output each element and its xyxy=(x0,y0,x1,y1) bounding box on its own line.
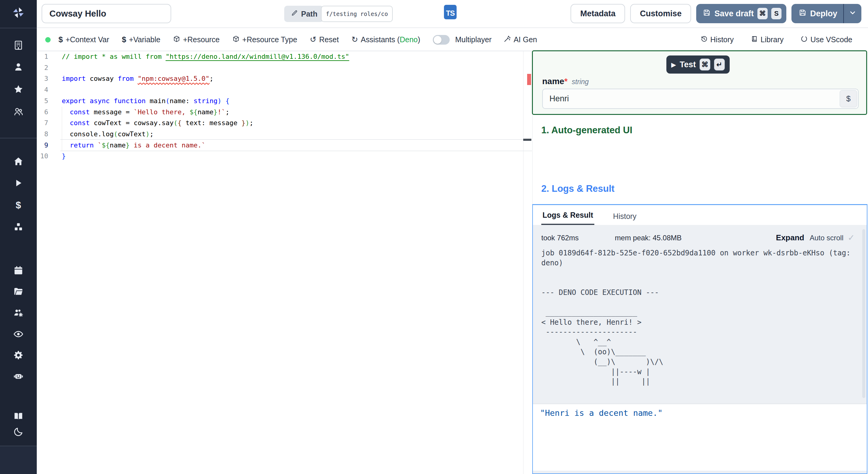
variable-button[interactable]: $+Variable xyxy=(122,35,160,44)
error-marker xyxy=(527,74,531,85)
code-line[interactable]: return `${name} is a decent name.` xyxy=(62,140,206,151)
expand-button[interactable]: Expand xyxy=(776,233,804,242)
context-var-button[interactable]: $+Context Var xyxy=(59,35,109,44)
toolbar-left-items: $+Context Var$+Variable+Resource+Resourc… xyxy=(59,35,420,44)
workers-group-gear-icon[interactable] xyxy=(0,306,37,320)
workers-robot-icon[interactable] xyxy=(0,369,37,383)
code-line[interactable]: const message = `Hello there, ${name}!`; xyxy=(62,107,229,118)
chevron-down-icon xyxy=(849,9,857,19)
deploy-dropdown-button[interactable] xyxy=(844,4,861,23)
code-line[interactable]: } xyxy=(62,151,66,162)
line-number: 3 xyxy=(37,73,48,84)
reset-button[interactable]: ↺Reset xyxy=(310,35,339,44)
save-draft-button[interactable]: Save draft ⌘ S xyxy=(696,4,786,23)
path-value-input[interactable] xyxy=(321,6,393,22)
library-button[interactable]: Library xyxy=(751,35,784,44)
sidebar-divider xyxy=(0,138,37,139)
use-vscode-button[interactable]: Use VScode xyxy=(801,35,852,44)
check-icon[interactable]: ✓ xyxy=(848,233,855,243)
dollar-icon: $ xyxy=(122,35,126,44)
customise-button[interactable]: Customise xyxy=(630,4,691,23)
user-icon[interactable] xyxy=(0,60,37,73)
toggle-knob xyxy=(434,36,441,44)
test-button[interactable]: ▶ Test ⌘ ↵ xyxy=(666,56,730,73)
windmill-logo[interactable] xyxy=(0,6,37,19)
code-line[interactable]: console.log(cowText); xyxy=(62,129,154,140)
tab-history[interactable]: History xyxy=(612,212,638,225)
resource-type-button[interactable]: +Resource Type xyxy=(232,35,297,44)
settings-gear-icon[interactable] xyxy=(0,349,37,362)
tab-logs-result[interactable]: Logs & Result xyxy=(541,211,594,225)
required-asterisk: * xyxy=(564,77,567,86)
test-label: Test xyxy=(680,60,696,69)
ai-gen-button[interactable]: AI Gen xyxy=(504,35,537,44)
save-icon xyxy=(799,9,807,19)
workspace-building-icon[interactable] xyxy=(0,38,37,52)
sidebar: $ xyxy=(0,0,37,474)
dark-mode-moon-icon[interactable] xyxy=(0,425,37,438)
line-number: 5 xyxy=(37,96,48,107)
header: Path TS Metadata Customise Save draft ⌘ … xyxy=(37,0,868,28)
book-icon xyxy=(751,35,758,44)
enter-key-badge: ↵ xyxy=(714,59,725,70)
run-meta-row: took 762ms mem peak: 45.08MB Expand Auto… xyxy=(533,225,867,243)
variables-dollar-icon[interactable]: $ xyxy=(0,199,37,212)
resources-cubes-icon[interactable] xyxy=(0,220,37,234)
reset-icon: ↺ xyxy=(310,35,316,44)
resource-button[interactable]: +Resource xyxy=(173,35,220,44)
insert-variable-button[interactable]: $ xyxy=(840,90,857,107)
deploy-label: Deploy xyxy=(810,9,837,19)
save-draft-label: Save draft xyxy=(714,9,754,19)
code-editor[interactable]: 1// import * as wmill from "https://deno… xyxy=(37,51,532,474)
assistants-button[interactable]: ↻Assistants (Deno) xyxy=(351,35,420,44)
history-button[interactable]: History xyxy=(701,35,734,44)
line-number: 9 xyxy=(37,140,48,151)
cmd-key-badge: ⌘ xyxy=(700,59,710,70)
tabs-row: Logs & Result History xyxy=(533,205,867,225)
schedules-calendar-icon[interactable] xyxy=(0,264,37,277)
home-icon[interactable] xyxy=(0,155,37,168)
deploy-button[interactable]: Deploy xyxy=(792,4,843,23)
metadata-button[interactable]: Metadata xyxy=(570,4,625,23)
log-scrollbar[interactable] xyxy=(862,229,865,398)
arg-name: name xyxy=(542,77,564,86)
sidebar-divider xyxy=(0,446,37,446)
package-icon xyxy=(173,35,180,44)
section-logs-result: 2. Logs & Result xyxy=(541,183,615,194)
audit-logs-eye-icon[interactable] xyxy=(0,327,37,341)
run-duration: took 762ms xyxy=(541,234,579,242)
play-icon: ▶ xyxy=(671,61,676,68)
pencil-icon xyxy=(291,9,298,19)
line-number: 8 xyxy=(37,129,48,140)
groups-icon[interactable] xyxy=(0,105,37,118)
docs-book-icon[interactable] xyxy=(0,410,37,423)
code-line[interactable]: // import * as wmill from "https://deno.… xyxy=(62,51,349,62)
package-icon xyxy=(232,35,240,44)
line-number: 2 xyxy=(37,62,48,73)
multiplayer-toggle[interactable] xyxy=(433,35,450,45)
code-line[interactable]: import cowsay from "npm:cowsay@1.5.0"; xyxy=(62,73,213,84)
script-title-input[interactable] xyxy=(41,4,171,23)
arg-name-label: name*string xyxy=(542,77,589,86)
save-icon xyxy=(703,9,711,19)
header-buttons: Metadata Customise Save draft ⌘ S Deploy xyxy=(570,4,861,23)
line-number: 4 xyxy=(37,84,48,96)
refresh-icon: ↻ xyxy=(351,35,358,44)
auto-scroll-toggle[interactable]: Auto scroll xyxy=(809,234,843,242)
code-line[interactable]: const cowText = cowsay.say({ text: messa… xyxy=(62,118,253,129)
typescript-badge: TS xyxy=(444,5,457,19)
edit-path-button[interactable]: Path xyxy=(284,6,323,22)
line-number: 7 xyxy=(37,118,48,129)
runs-play-icon[interactable] xyxy=(0,176,37,190)
folders-icon[interactable] xyxy=(0,285,37,298)
result-viewer: "Henri is a decent name." xyxy=(533,404,867,471)
deploy-split-button: Deploy xyxy=(792,4,861,23)
vscode-icon xyxy=(801,35,808,44)
cmd-key-badge: ⌘ xyxy=(757,8,768,19)
line-number: 6 xyxy=(37,107,48,118)
code-line[interactable]: export async function main(name: string)… xyxy=(62,96,229,107)
arg-name-input[interactable] xyxy=(542,89,859,109)
status-dot xyxy=(45,37,51,42)
favorites-star-icon[interactable] xyxy=(0,83,37,96)
line-number: 1 xyxy=(37,51,48,62)
